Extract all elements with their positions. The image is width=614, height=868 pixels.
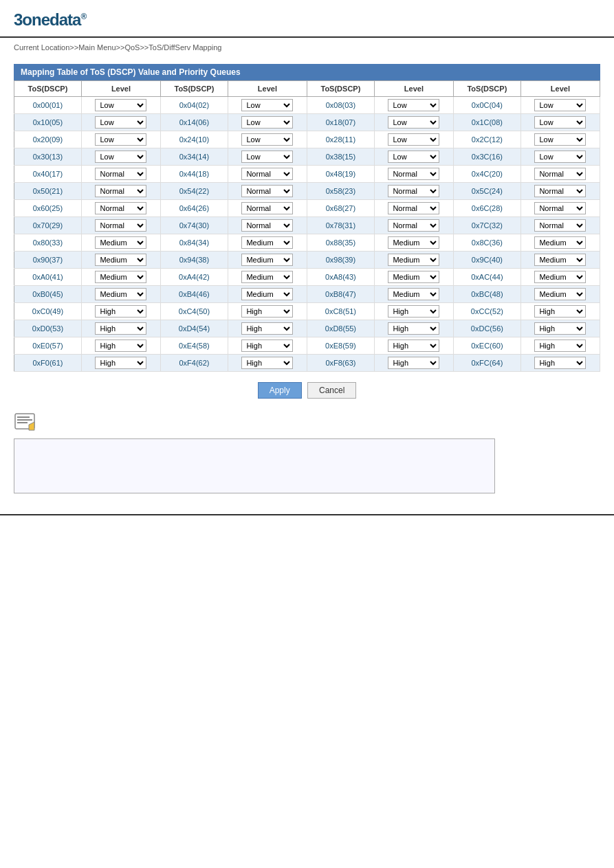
level-select-r12-c0[interactable]: LowNormalMediumHigh [95,305,146,318]
level-select-r1-c0[interactable]: LowNormalMediumHigh [95,116,146,129]
level-select-r3-c3[interactable]: LowNormalMediumHigh [534,151,586,163]
level-cell-r8-c1[interactable]: LowNormalMediumHigh [228,234,307,252]
level-select-r0-c0[interactable]: LowNormalMediumHigh [95,99,146,111]
level-select-r14-c0[interactable]: LowNormalMediumHigh [95,340,146,352]
level-cell-r0-c3[interactable]: LowNormalMediumHigh [520,97,600,114]
level-select-r15-c2[interactable]: LowNormalMediumHigh [388,357,439,369]
level-cell-r5-c1[interactable]: LowNormalMediumHigh [228,183,307,200]
level-cell-r11-c2[interactable]: LowNormalMediumHigh [374,286,453,303]
level-cell-r9-c0[interactable]: LowNormalMediumHigh [81,252,160,269]
level-select-r6-c2[interactable]: LowNormalMediumHigh [388,202,439,214]
level-cell-r4-c2[interactable]: LowNormalMediumHigh [374,166,453,183]
level-cell-r5-c0[interactable]: LowNormalMediumHigh [81,183,160,200]
level-cell-r6-c2[interactable]: LowNormalMediumHigh [374,200,453,217]
level-cell-r7-c1[interactable]: LowNormalMediumHigh [228,217,307,234]
level-select-r14-c3[interactable]: LowNormalMediumHigh [534,340,586,352]
level-cell-r2-c1[interactable]: LowNormalMediumHigh [228,131,307,148]
level-select-r10-c3[interactable]: LowNormalMediumHigh [534,271,586,283]
level-cell-r11-c1[interactable]: LowNormalMediumHigh [228,286,307,303]
level-cell-r12-c1[interactable]: LowNormalMediumHigh [228,303,307,320]
level-cell-r14-c3[interactable]: LowNormalMediumHigh [520,337,600,355]
level-cell-r4-c0[interactable]: LowNormalMediumHigh [81,166,160,183]
level-cell-r1-c0[interactable]: LowNormalMediumHigh [81,114,160,131]
level-select-r11-c2[interactable]: LowNormalMediumHigh [388,288,439,300]
level-select-r8-c2[interactable]: LowNormalMediumHigh [388,236,439,249]
level-select-r13-c3[interactable]: LowNormalMediumHigh [534,322,586,335]
level-select-r11-c0[interactable]: LowNormalMediumHigh [95,288,146,300]
level-select-r3-c2[interactable]: LowNormalMediumHigh [388,151,439,163]
level-cell-r3-c2[interactable]: LowNormalMediumHigh [374,148,453,166]
level-cell-r11-c0[interactable]: LowNormalMediumHigh [81,286,160,303]
level-cell-r9-c2[interactable]: LowNormalMediumHigh [374,252,453,269]
level-cell-r14-c0[interactable]: LowNormalMediumHigh [81,337,160,355]
level-cell-r13-c3[interactable]: LowNormalMediumHigh [520,320,600,337]
level-cell-r3-c0[interactable]: LowNormalMediumHigh [81,148,160,166]
level-cell-r7-c0[interactable]: LowNormalMediumHigh [81,217,160,234]
level-cell-r15-c3[interactable]: LowNormalMediumHigh [520,355,600,372]
level-select-r10-c1[interactable]: LowNormalMediumHigh [241,271,293,283]
level-select-r15-c3[interactable]: LowNormalMediumHigh [534,357,586,369]
level-cell-r10-c3[interactable]: LowNormalMediumHigh [520,269,600,286]
level-cell-r12-c3[interactable]: LowNormalMediumHigh [520,303,600,320]
level-cell-r15-c2[interactable]: LowNormalMediumHigh [374,355,453,372]
cancel-button[interactable]: Cancel [307,382,356,399]
level-select-r4-c1[interactable]: LowNormalMediumHigh [241,168,293,180]
level-select-r15-c1[interactable]: LowNormalMediumHigh [241,357,293,369]
level-cell-r2-c0[interactable]: LowNormalMediumHigh [81,131,160,148]
level-cell-r10-c2[interactable]: LowNormalMediumHigh [374,269,453,286]
level-select-r11-c3[interactable]: LowNormalMediumHigh [534,288,586,300]
level-select-r3-c0[interactable]: LowNormalMediumHigh [95,151,146,163]
level-select-r6-c3[interactable]: LowNormalMediumHigh [534,202,586,214]
level-select-r5-c2[interactable]: LowNormalMediumHigh [388,185,439,197]
level-select-r11-c1[interactable]: LowNormalMediumHigh [241,288,293,300]
apply-button[interactable]: Apply [258,382,302,399]
level-select-r10-c0[interactable]: LowNormalMediumHigh [95,271,146,283]
level-cell-r3-c3[interactable]: LowNormalMediumHigh [520,148,600,166]
level-select-r13-c0[interactable]: LowNormalMediumHigh [95,322,146,335]
level-cell-r10-c1[interactable]: LowNormalMediumHigh [228,269,307,286]
level-select-r9-c0[interactable]: LowNormalMediumHigh [95,254,146,266]
level-select-r1-c2[interactable]: LowNormalMediumHigh [388,116,439,129]
level-cell-r3-c1[interactable]: LowNormalMediumHigh [228,148,307,166]
level-select-r4-c3[interactable]: LowNormalMediumHigh [534,168,586,180]
level-cell-r5-c3[interactable]: LowNormalMediumHigh [520,183,600,200]
level-select-r7-c3[interactable]: LowNormalMediumHigh [534,219,586,232]
level-select-r13-c1[interactable]: LowNormalMediumHigh [241,322,293,335]
level-cell-r1-c3[interactable]: LowNormalMediumHigh [520,114,600,131]
level-select-r2-c2[interactable]: LowNormalMediumHigh [388,133,439,146]
level-cell-r13-c0[interactable]: LowNormalMediumHigh [81,320,160,337]
level-cell-r8-c3[interactable]: LowNormalMediumHigh [520,234,600,252]
level-cell-r0-c1[interactable]: LowNormalMediumHigh [228,97,307,114]
level-select-r5-c3[interactable]: LowNormalMediumHigh [534,185,586,197]
level-select-r2-c0[interactable]: LowNormalMediumHigh [95,133,146,146]
level-select-r7-c0[interactable]: LowNormalMediumHigh [95,219,146,232]
level-cell-r13-c1[interactable]: LowNormalMediumHigh [228,320,307,337]
level-cell-r9-c1[interactable]: LowNormalMediumHigh [228,252,307,269]
level-cell-r0-c0[interactable]: LowNormalMediumHigh [81,97,160,114]
level-cell-r13-c2[interactable]: LowNormalMediumHigh [374,320,453,337]
level-select-r8-c1[interactable]: LowNormalMediumHigh [241,236,293,249]
level-select-r15-c0[interactable]: LowNormalMediumHigh [95,357,146,369]
level-select-r14-c1[interactable]: LowNormalMediumHigh [241,340,293,352]
level-cell-r10-c0[interactable]: LowNormalMediumHigh [81,269,160,286]
level-select-r8-c3[interactable]: LowNormalMediumHigh [534,236,586,249]
level-select-r6-c1[interactable]: LowNormalMediumHigh [241,202,293,214]
level-select-r14-c2[interactable]: LowNormalMediumHigh [388,340,439,352]
level-select-r3-c1[interactable]: LowNormalMediumHigh [241,151,293,163]
level-select-r7-c2[interactable]: LowNormalMediumHigh [388,219,439,232]
level-cell-r1-c1[interactable]: LowNormalMediumHigh [228,114,307,131]
level-cell-r2-c3[interactable]: LowNormalMediumHigh [520,131,600,148]
level-cell-r14-c1[interactable]: LowNormalMediumHigh [228,337,307,355]
level-cell-r14-c2[interactable]: LowNormalMediumHigh [374,337,453,355]
level-cell-r12-c2[interactable]: LowNormalMediumHigh [374,303,453,320]
level-cell-r12-c0[interactable]: LowNormalMediumHigh [81,303,160,320]
level-select-r1-c3[interactable]: LowNormalMediumHigh [534,116,586,129]
level-select-r2-c1[interactable]: LowNormalMediumHigh [241,133,293,146]
level-select-r1-c1[interactable]: LowNormalMediumHigh [241,116,293,129]
level-select-r9-c2[interactable]: LowNormalMediumHigh [388,254,439,266]
level-select-r6-c0[interactable]: LowNormalMediumHigh [95,202,146,214]
level-select-r0-c2[interactable]: LowNormalMediumHigh [388,99,439,111]
level-select-r4-c2[interactable]: LowNormalMediumHigh [388,168,439,180]
level-select-r5-c1[interactable]: LowNormalMediumHigh [241,185,293,197]
level-select-r0-c3[interactable]: LowNormalMediumHigh [534,99,586,111]
